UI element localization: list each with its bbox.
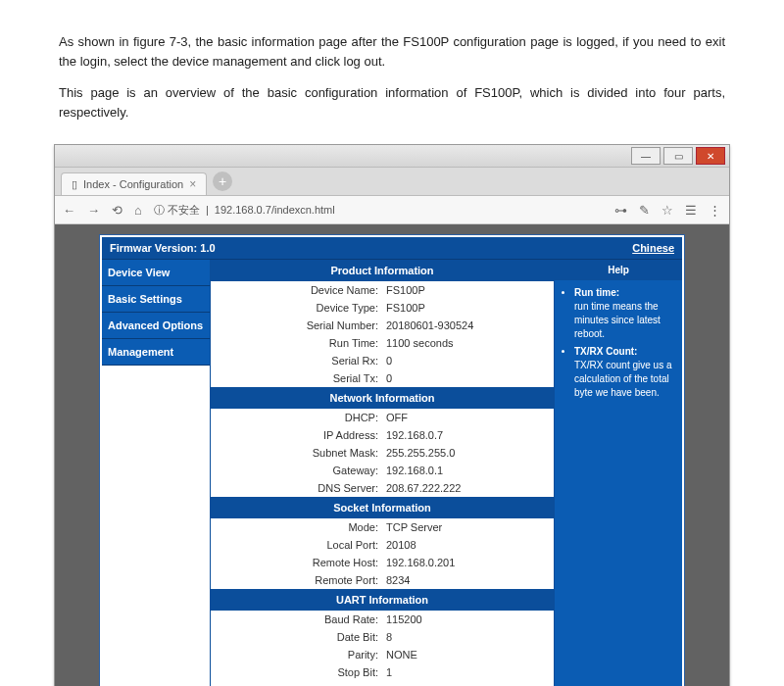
help-item: TX/RX Count:TX/RX count give us a calcul… [574,345,674,400]
info-value: NONE [382,649,554,661]
language-link[interactable]: Chinese [632,242,674,254]
info-value: 20108 [382,539,554,551]
info-label: Date Bit: [211,631,382,643]
info-label: Mode: [211,521,382,533]
window-titlebar: — ▭ ✕ [55,145,729,168]
section-header-product: Product Information [211,260,554,281]
info-value: 192.168.0.7 [382,429,554,441]
info-value: 192.168.0.1 [382,465,554,476]
info-value: 20180601-930524 [382,319,554,331]
menu-icon[interactable]: ⋮ [709,203,721,218]
help-item: Run time:run time means the minutes sinc… [574,286,674,341]
section-header-uart: UART Information [211,589,554,611]
info-value: 8 [382,631,554,643]
info-row: Stop Bit:1 [211,663,554,681]
sidebar-item-device-view[interactable]: Device View [102,260,210,286]
info-value: 8234 [382,574,554,586]
info-label: Serial Tx: [211,372,382,384]
sidebar-item-management[interactable]: Management [102,339,210,366]
url-box[interactable]: ⓘ 不安全 | 192.168.0.7/indexcn.html [154,203,603,218]
info-label: Remote Host: [211,557,382,568]
security-info-icon[interactable]: ⓘ 不安全 [154,203,200,218]
browser-window: — ▭ ✕ ▯ Index - Configuration × + ← → ⟲ … [54,144,730,686]
info-label: Device Type: [211,302,382,314]
info-label: Gateway: [211,465,382,476]
info-value: 1 [382,666,554,678]
nav-forward-icon[interactable]: → [87,203,100,218]
info-label: Parity: [211,649,382,661]
nav-reload-icon[interactable]: ⟲ [112,203,122,218]
intro-paragraph-1: As shown in figure 7-3, the basic inform… [59,32,725,71]
sidebar-nav: Device View Basic Settings Advanced Opti… [102,260,210,686]
sidebar-item-advanced-options[interactable]: Advanced Options [102,313,210,339]
window-maximize-button[interactable]: ▭ [663,147,693,165]
info-label: Serial Rx: [211,355,382,367]
info-row: Local Port:20108 [211,536,554,554]
sidebar-item-basic-settings[interactable]: Basic Settings [102,286,210,313]
section-header-socket: Socket Information [211,497,554,518]
info-label: Run Time: [211,337,382,349]
viewport: Firmwar Version: 1.0 Chinese Device View… [55,224,729,686]
info-row: Device Type:FS100P [211,299,554,317]
info-value: 1100 seconds [382,337,554,349]
info-row: Mode:TCP Server [211,518,554,536]
info-row: Date Bit:8 [211,628,554,646]
info-row: DHCP:OFF [211,409,554,426]
tab-bar: ▯ Index - Configuration × + [55,168,729,196]
page-icon: ▯ [72,178,77,191]
info-row: Flow Control:NONE [211,681,554,686]
info-row: Baud Rate:115200 [211,611,554,628]
key-icon[interactable]: ⊶ [614,203,627,218]
window-minimize-button[interactable]: — [631,147,661,165]
info-row: Serial Tx:0 [211,369,554,387]
firmware-bar: Firmwar Version: 1.0 Chinese [102,237,682,260]
info-row: Run Time:1100 seconds [211,334,554,352]
info-value: FS100P [382,284,554,296]
info-row: IP Address:192.168.0.7 [211,426,554,444]
info-value: TCP Server [382,521,554,533]
info-row: Remote Port:8234 [211,571,554,589]
config-page: Firmwar Version: 1.0 Chinese Device View… [99,234,685,686]
url-text: 192.168.0.7/indexcn.html [215,204,335,216]
info-value: 0 [382,355,554,367]
address-bar: ← → ⟲ ⌂ ⓘ 不安全 | 192.168.0.7/indexcn.html… [55,196,729,224]
info-label: Serial Number: [211,319,382,331]
nav-home-icon[interactable]: ⌂ [134,203,142,218]
info-row: Parity:NONE [211,646,554,663]
info-value: 115200 [382,613,554,625]
info-label: Subnet Mask: [211,447,382,459]
intro-paragraph-2: This page is an overview of the basic co… [59,83,725,122]
browser-tab[interactable]: ▯ Index - Configuration × [61,172,207,195]
bookmark-star-icon[interactable]: ☆ [662,203,673,218]
tab-close-icon[interactable]: × [189,177,196,191]
info-row: Device Name:FS100P [211,281,554,299]
info-value: 192.168.0.201 [382,557,554,568]
help-heading: Help [555,260,682,280]
new-tab-button[interactable]: + [213,172,232,191]
tab-title: Index - Configuration [83,178,183,190]
info-label: Baud Rate: [211,613,382,625]
translate-icon[interactable]: ✎ [639,203,650,218]
nav-back-icon[interactable]: ← [63,203,75,218]
info-row: Subnet Mask:255.255.255.0 [211,444,554,462]
info-value: 208.67.222.222 [382,482,554,494]
info-label: Local Port: [211,539,382,551]
info-row: DNS Server:208.67.222.222 [211,479,554,497]
info-value: 255.255.255.0 [382,447,554,459]
profile-icon[interactable]: ☰ [685,203,697,218]
info-label: IP Address: [211,429,382,441]
info-label: Device Name: [211,284,382,296]
firmware-version-label: Firmwar Version: 1.0 [110,242,216,254]
main-panel: Product InformationDevice Name:FS100PDev… [210,260,555,686]
section-header-network: Network Information [211,387,554,409]
info-row: Serial Rx:0 [211,352,554,369]
info-row: Serial Number:20180601-930524 [211,317,554,334]
window-close-button[interactable]: ✕ [696,147,725,165]
info-value: OFF [382,412,554,423]
info-label: Remote Port: [211,574,382,586]
info-label: Stop Bit: [211,666,382,678]
info-row: Gateway:192.168.0.1 [211,462,554,479]
info-row: Remote Host:192.168.0.201 [211,554,554,571]
info-value: 0 [382,372,554,384]
info-label: DHCP: [211,412,382,423]
